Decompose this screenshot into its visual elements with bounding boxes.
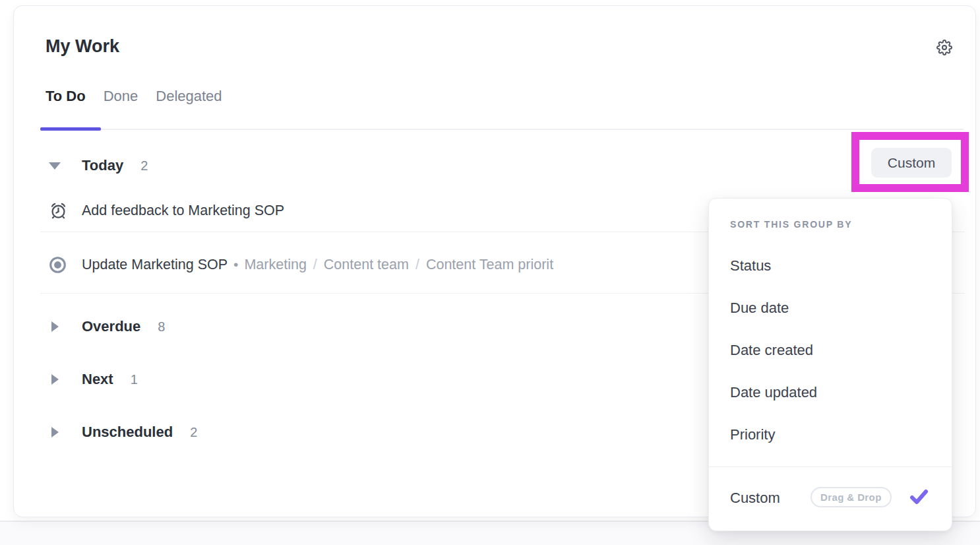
group-name: Unscheduled: [82, 424, 173, 441]
task-title: Add feedback to Marketing SOP: [82, 203, 284, 219]
task-row-update-marketing-sop[interactable]: Update Marketing SOP • Marketing / Conte…: [40, 250, 553, 279]
breadcrumb-list[interactable]: Content Team priorit: [426, 257, 553, 273]
menu-item-custom[interactable]: Custom Drag & Drop: [709, 476, 952, 522]
dropdown-header: SORT THIS GROUP BY: [730, 219, 852, 230]
sort-dropdown-menu: SORT THIS GROUP BY Status Due date Date …: [708, 198, 952, 531]
menu-item-date-created[interactable]: Date created: [730, 342, 813, 359]
dropdown-divider: [709, 466, 952, 467]
tab-to-do[interactable]: To Do: [46, 88, 86, 105]
breadcrumb-folder[interactable]: Content team: [324, 257, 409, 273]
tab-delegated[interactable]: Delegated: [156, 88, 222, 105]
active-tab-underline: [40, 127, 101, 131]
check-icon: [908, 486, 929, 507]
caret-right-icon[interactable]: [51, 427, 59, 437]
group-name: Today: [82, 157, 123, 174]
group-row-next[interactable]: Next 1: [40, 368, 138, 391]
breadcrumb-separator: /: [313, 257, 317, 273]
breadcrumb-space[interactable]: Marketing: [244, 257, 306, 273]
task-row-add-feedback[interactable]: Add feedback to Marketing SOP: [40, 196, 284, 225]
menu-item-custom-label: Custom: [730, 490, 780, 507]
group-count: 1: [131, 372, 138, 387]
bullet-separator: •: [233, 257, 238, 272]
tabs-divider: [40, 129, 964, 130]
breadcrumb-separator: /: [415, 257, 419, 273]
status-radio-icon[interactable]: [49, 256, 67, 274]
group-row-overdue[interactable]: Overdue 8: [40, 315, 165, 338]
menu-item-status[interactable]: Status: [730, 257, 771, 274]
caret-down-icon[interactable]: [49, 162, 61, 170]
group-row-today[interactable]: Today 2: [40, 154, 148, 177]
custom-sort-button[interactable]: Custom: [871, 148, 952, 177]
drag-drop-badge: Drag & Drop: [811, 487, 892, 507]
alarm-clock-icon: [49, 201, 68, 220]
group-count: 8: [158, 319, 165, 335]
settings-button[interactable]: [933, 36, 956, 59]
task-title: Update Marketing SOP: [82, 257, 228, 273]
group-row-unscheduled[interactable]: Unscheduled 2: [40, 420, 197, 444]
group-name: Overdue: [82, 318, 140, 335]
group-count: 2: [190, 425, 197, 440]
caret-right-icon[interactable]: [51, 321, 59, 332]
menu-item-date-updated[interactable]: Date updated: [730, 384, 817, 401]
group-count: 2: [140, 158, 148, 174]
tab-bar: To Do Done Delegated: [46, 88, 222, 105]
gear-icon: [936, 40, 952, 55]
group-name: Next: [82, 371, 113, 388]
menu-item-priority[interactable]: Priority: [730, 426, 775, 443]
menu-item-due-date[interactable]: Due date: [730, 300, 789, 317]
tab-done[interactable]: Done: [104, 88, 138, 105]
caret-right-icon[interactable]: [51, 374, 59, 385]
page-title: My Work: [46, 36, 119, 57]
